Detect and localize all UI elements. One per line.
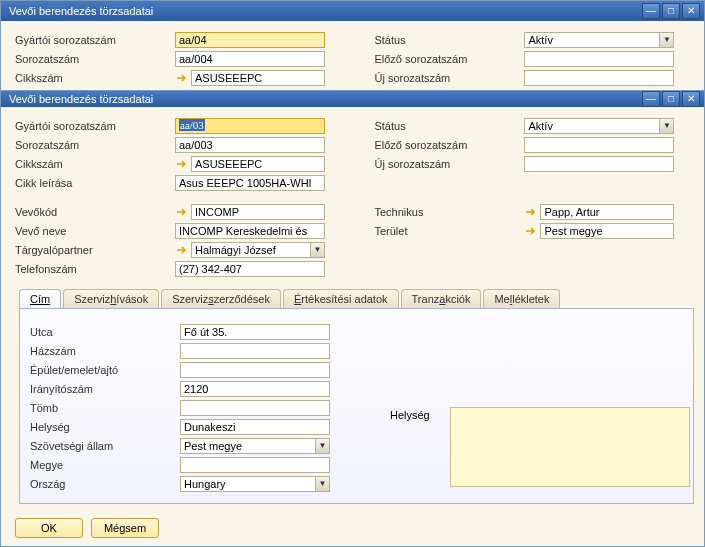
tab-cim[interactable]: Cím <box>19 289 61 308</box>
iranyito-input[interactable] <box>180 381 330 397</box>
sorozat-input[interactable] <box>175 137 325 153</box>
chevron-down-icon[interactable]: ▼ <box>315 439 329 453</box>
chevron-down-icon[interactable]: ▼ <box>659 119 673 133</box>
form-area-back: Gyártói sorozatszám Státus ▼ Sorozatszám… <box>1 21 704 92</box>
label-sorozat: Sorozatszám <box>15 139 175 151</box>
tab-szervizhivasok[interactable]: Szervizhívások <box>63 289 159 308</box>
chevron-down-icon[interactable]: ▼ <box>659 33 673 47</box>
label-elozo: Előző sorozatszám <box>374 139 524 151</box>
elozo-input[interactable] <box>524 137 674 153</box>
close-button[interactable]: ✕ <box>682 91 700 107</box>
tab-tranzakciok[interactable]: Tranzakciók <box>401 289 482 308</box>
label-tomb: Tömb <box>30 402 180 414</box>
status-select[interactable] <box>524 32 674 48</box>
sorozat-input[interactable] <box>175 51 325 67</box>
minimize-button[interactable]: — <box>642 91 660 107</box>
megye-input[interactable] <box>180 457 330 473</box>
link-arrow-icon[interactable] <box>175 244 189 256</box>
close-button[interactable]: ✕ <box>682 3 700 19</box>
label-szovetseg: Szövetségi állam <box>30 440 180 452</box>
uj-input[interactable] <box>524 156 674 172</box>
titlebar-back: Vevői berendezés törzsadatai — □ ✕ <box>1 1 704 21</box>
szovetseg-select[interactable] <box>180 438 330 454</box>
label-iranyito: Irányítószám <box>30 383 180 395</box>
label-status: Státus <box>374 120 524 132</box>
link-arrow-icon[interactable] <box>175 206 189 218</box>
elozo-input[interactable] <box>524 51 674 67</box>
cikkszam-input[interactable] <box>191 70 325 86</box>
tomb-input[interactable] <box>180 400 330 416</box>
uj-input[interactable] <box>524 70 674 86</box>
link-arrow-icon[interactable] <box>175 72 189 84</box>
label-utca: Utca <box>30 326 180 338</box>
helyseg-box: Helység <box>390 407 690 487</box>
address-panel: Utca Házszám Épület/emelet/ajtó Irányító… <box>19 308 694 504</box>
label-telefon: Telefonszám <box>15 263 175 275</box>
tabs: Cím Szervizhívások Szervizszerződések Ér… <box>19 289 694 308</box>
label-helyseg-box: Helység <box>390 407 450 487</box>
vevokod-input[interactable] <box>191 204 325 220</box>
targyalo-select[interactable] <box>191 242 325 258</box>
window-title: Vevői berendezés törzsadatai <box>9 5 640 17</box>
titlebar-front: Vevői berendezés törzsadatai — □ ✕ <box>1 91 704 107</box>
label-gyartoi: Gyártói sorozatszám <box>15 120 175 132</box>
label-uj: Új sorozatszám <box>374 158 524 170</box>
label-vevoneve: Vevő neve <box>15 225 175 237</box>
label-sorozat: Sorozatszám <box>15 53 175 65</box>
label-targyalo: Tárgyalópartner <box>15 244 175 256</box>
label-orszag: Ország <box>30 478 180 490</box>
technikus-input[interactable] <box>540 204 674 220</box>
cikkleiras-input[interactable] <box>175 175 325 191</box>
helyseg-textarea[interactable] <box>450 407 690 487</box>
footer: OK Mégsem <box>1 510 704 546</box>
label-technikus: Technikus <box>374 206 524 218</box>
maximize-button[interactable]: □ <box>662 91 680 107</box>
label-helyseg: Helység <box>30 421 180 433</box>
label-terulet: Terület <box>374 225 524 237</box>
minimize-button[interactable]: — <box>642 3 660 19</box>
gyartoi-input[interactable] <box>175 32 325 48</box>
terulet-input[interactable] <box>540 223 674 239</box>
label-epulet: Épület/emelet/ajtó <box>30 364 180 376</box>
label-gyartoi: Gyártói sorozatszám <box>15 34 175 46</box>
label-status: Státus <box>374 34 524 46</box>
epulet-input[interactable] <box>180 362 330 378</box>
label-vevokod: Vevőkód <box>15 206 175 218</box>
hazszam-input[interactable] <box>180 343 330 359</box>
status-select[interactable] <box>524 118 674 134</box>
form-area-front: Gyártói sorozatszám aa/03 Státus ▼ Soroz… <box>1 107 704 283</box>
tab-mellekletek[interactable]: Mellékletek <box>483 289 560 308</box>
ok-button[interactable]: OK <box>15 518 83 538</box>
tab-szervizszerzodesek[interactable]: Szervizszerződések <box>161 289 281 308</box>
label-cikkszam: Cikkszám <box>15 158 175 170</box>
link-arrow-icon[interactable] <box>524 206 538 218</box>
window-front: Vevői berendezés törzsadatai — □ ✕ Gyárt… <box>0 90 705 547</box>
maximize-button[interactable]: □ <box>662 3 680 19</box>
chevron-down-icon[interactable]: ▼ <box>310 243 324 257</box>
label-hazszam: Házszám <box>30 345 180 357</box>
label-megye: Megye <box>30 459 180 471</box>
label-cikkleiras: Cikk leírása <box>15 177 175 189</box>
chevron-down-icon[interactable]: ▼ <box>315 477 329 491</box>
label-uj: Új sorozatszám <box>374 72 524 84</box>
helyseg-input[interactable] <box>180 419 330 435</box>
label-elozo: Előző sorozatszám <box>374 53 524 65</box>
window-title: Vevői berendezés törzsadatai <box>9 93 640 105</box>
orszag-select[interactable] <box>180 476 330 492</box>
telefon-input[interactable] <box>175 261 325 277</box>
label-cikkszam: Cikkszám <box>15 72 175 84</box>
cancel-button[interactable]: Mégsem <box>91 518 159 538</box>
tab-ertekesitesi[interactable]: Értékesítési adatok <box>283 289 399 308</box>
link-arrow-icon[interactable] <box>524 225 538 237</box>
cikkszam-input[interactable] <box>191 156 325 172</box>
vevoneve-input[interactable] <box>175 223 325 239</box>
link-arrow-icon[interactable] <box>175 158 189 170</box>
utca-input[interactable] <box>180 324 330 340</box>
